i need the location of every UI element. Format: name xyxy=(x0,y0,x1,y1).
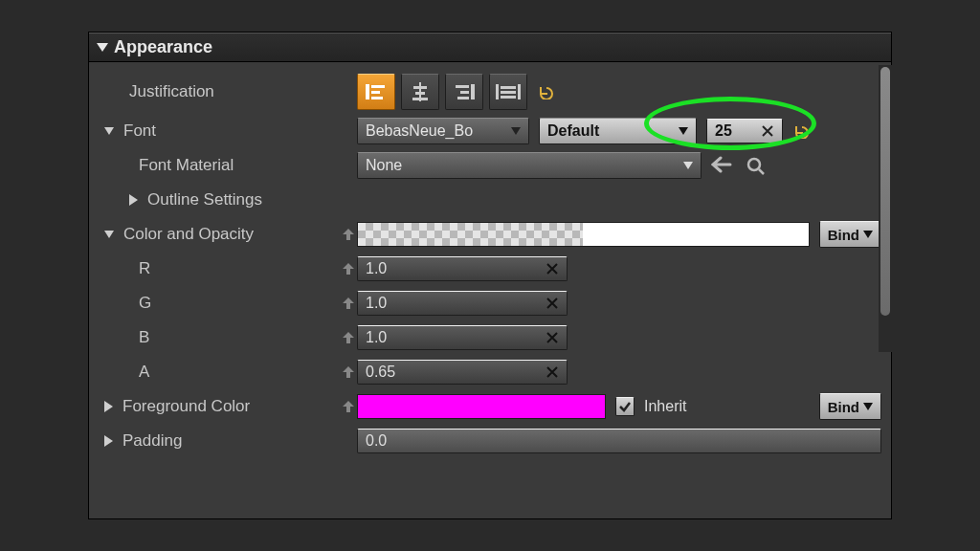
svg-rect-2 xyxy=(371,91,380,94)
drag-handle-icon xyxy=(546,262,559,276)
inherit-checkbox[interactable] xyxy=(615,397,635,416)
pin-foreground-icon[interactable] xyxy=(340,398,357,415)
svg-rect-16 xyxy=(501,96,516,99)
appearance-panel: Appearance Justification xyxy=(88,32,892,519)
section-header-appearance[interactable]: Appearance xyxy=(89,33,891,62)
section-title: Appearance xyxy=(114,37,212,57)
label-font-material: Font Material xyxy=(99,156,357,175)
find-asset-icon[interactable] xyxy=(746,156,765,175)
svg-marker-24 xyxy=(343,401,354,412)
justify-left-button[interactable] xyxy=(357,74,395,110)
svg-rect-14 xyxy=(501,86,516,89)
pin-g-icon[interactable] xyxy=(340,295,357,312)
justify-left-icon xyxy=(366,83,387,100)
svg-rect-1 xyxy=(371,85,385,88)
inherit-label: Inherit xyxy=(644,398,686,415)
svg-rect-8 xyxy=(471,84,475,99)
svg-marker-22 xyxy=(343,332,354,343)
label-foreground-color[interactable]: Foreground Color xyxy=(99,397,357,416)
svg-rect-12 xyxy=(496,84,499,99)
svg-rect-6 xyxy=(415,92,425,95)
label-r: R xyxy=(99,259,357,278)
foreground-swatch xyxy=(358,395,605,418)
svg-rect-11 xyxy=(457,97,469,99)
svg-rect-0 xyxy=(366,84,369,99)
font-size-value: 25 xyxy=(715,122,732,140)
reset-justification-icon[interactable] xyxy=(537,83,554,100)
font-family-value: BebasNeue_Bo xyxy=(366,122,473,140)
a-spinner[interactable]: 0.65 xyxy=(357,360,568,385)
chevron-down-icon xyxy=(679,127,688,135)
label-justification: Justification xyxy=(99,82,357,101)
svg-marker-23 xyxy=(343,366,354,378)
font-family-dropdown[interactable]: BebasNeue_Bo xyxy=(357,118,529,144)
font-material-dropdown[interactable]: None xyxy=(357,152,702,179)
svg-marker-20 xyxy=(343,263,354,275)
browse-back-icon[interactable] xyxy=(711,156,732,175)
svg-rect-3 xyxy=(371,97,383,99)
g-spinner[interactable]: 1.0 xyxy=(357,291,568,316)
svg-marker-19 xyxy=(343,229,354,240)
b-value: 1.0 xyxy=(366,329,387,346)
justify-fill-icon xyxy=(496,83,521,100)
svg-point-17 xyxy=(748,159,760,170)
expand-foreground-icon xyxy=(104,401,113,412)
label-font[interactable]: Font xyxy=(99,121,357,141)
a-value: 0.65 xyxy=(366,364,395,381)
svg-rect-15 xyxy=(501,91,516,94)
label-b: B xyxy=(99,328,357,347)
expand-color-icon xyxy=(104,231,114,238)
font-size-spinner[interactable]: 25 xyxy=(706,119,783,143)
svg-marker-21 xyxy=(343,298,354,309)
justify-center-button[interactable] xyxy=(401,74,439,110)
justify-right-button[interactable] xyxy=(445,74,483,110)
r-spinner[interactable]: 1.0 xyxy=(357,256,568,281)
expand-outline-icon xyxy=(129,194,138,206)
svg-line-18 xyxy=(759,169,764,174)
drag-handle-icon xyxy=(546,365,559,379)
svg-rect-9 xyxy=(456,85,469,88)
expand-font-icon xyxy=(104,127,114,135)
foreground-color-preview[interactable] xyxy=(357,394,606,419)
chevron-down-icon xyxy=(863,403,873,410)
bind-color-button[interactable]: Bind xyxy=(819,221,881,248)
justify-right-icon xyxy=(454,83,475,100)
svg-rect-10 xyxy=(460,91,469,94)
justify-fill-button[interactable] xyxy=(489,74,527,110)
b-spinner[interactable]: 1.0 xyxy=(357,325,568,350)
drag-handle-icon xyxy=(546,297,559,310)
label-a: A xyxy=(99,363,357,382)
alpha-checker xyxy=(358,223,583,246)
font-material-value: None xyxy=(366,157,402,174)
color-opacity-preview[interactable] xyxy=(357,222,810,247)
padding-spinner[interactable]: 0.0 xyxy=(357,429,881,453)
label-g: G xyxy=(99,294,357,313)
padding-value: 0.0 xyxy=(366,432,387,450)
chevron-down-icon xyxy=(863,231,873,238)
pin-b-icon[interactable] xyxy=(340,329,357,346)
chevron-down-icon xyxy=(511,127,521,135)
drag-handle-icon xyxy=(546,331,559,344)
r-value: 1.0 xyxy=(366,260,387,277)
chevron-down-icon xyxy=(683,162,693,169)
svg-rect-7 xyxy=(412,98,428,100)
label-padding[interactable]: Padding xyxy=(99,431,357,451)
svg-rect-13 xyxy=(518,84,521,99)
label-color-opacity[interactable]: Color and Opacity xyxy=(99,225,357,244)
bind-foreground-button[interactable]: Bind xyxy=(819,393,881,420)
scrollbar-thumb[interactable] xyxy=(880,67,890,316)
font-typeface-value: Default xyxy=(547,122,599,140)
reset-font-icon[interactable] xyxy=(792,122,810,140)
scrollbar[interactable] xyxy=(879,65,892,352)
font-typeface-dropdown[interactable]: Default xyxy=(539,118,697,144)
drag-handle-icon xyxy=(761,124,774,138)
g-value: 1.0 xyxy=(366,295,387,312)
svg-rect-5 xyxy=(413,86,427,89)
pin-a-icon[interactable] xyxy=(340,364,357,381)
pin-r-icon[interactable] xyxy=(340,260,357,277)
color-swatch xyxy=(583,223,808,246)
pin-color-opacity-icon[interactable] xyxy=(340,226,357,243)
label-outline-settings[interactable]: Outline Settings xyxy=(99,190,357,209)
justify-center-icon xyxy=(410,82,431,101)
section-body: Justification xyxy=(89,62,891,466)
